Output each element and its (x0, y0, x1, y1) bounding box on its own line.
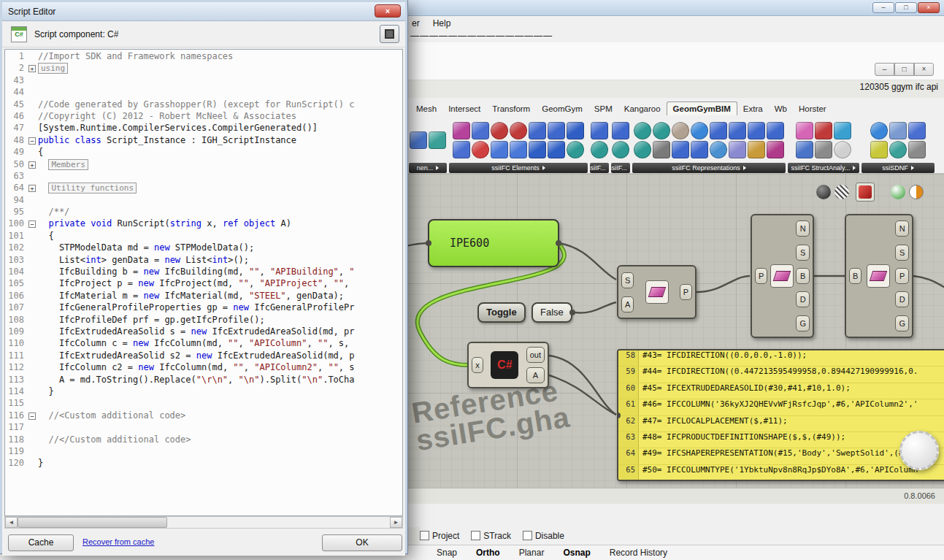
menu-item-partial[interactable]: er (412, 18, 420, 31)
pin-a[interactable]: A (526, 367, 545, 383)
scroll-right-icon[interactable]: ► (390, 517, 402, 528)
pin-g[interactable]: G (895, 315, 909, 331)
wedge-icon[interactable] (834, 122, 851, 139)
arc-teal-icon[interactable] (612, 141, 629, 158)
eye-icon[interactable] (870, 122, 888, 139)
selected-display-mode[interactable] (856, 183, 875, 202)
status-record-history[interactable]: Record History (600, 548, 677, 558)
profile-panel[interactable]: IPE600 (428, 219, 559, 267)
tab-kangaroo[interactable]: Kangaroo (618, 102, 667, 115)
box-icon[interactable] (529, 122, 546, 139)
doc-icon[interactable] (567, 122, 584, 139)
doc-icon[interactable] (548, 141, 565, 158)
option-disable[interactable]: Disable (523, 531, 564, 541)
fold-expand-icon[interactable]: + (28, 65, 36, 72)
script-editor-titlebar[interactable]: Script Editor × (2, 2, 405, 21)
close-icon[interactable]: × (914, 63, 934, 76)
doc-blue-icon[interactable] (591, 122, 608, 139)
cone-icon[interactable] (672, 141, 689, 158)
tab-horster[interactable]: Horster (793, 102, 832, 115)
option-strack[interactable]: STrack (471, 531, 511, 541)
grid-icon[interactable] (653, 141, 670, 158)
cube-icon[interactable] (710, 122, 727, 139)
lifebuoy-icon[interactable] (472, 141, 489, 158)
ok-button[interactable]: OK (322, 534, 402, 551)
node-icon[interactable] (889, 141, 907, 158)
arc-teal-icon[interactable] (591, 141, 608, 158)
menu-item-help[interactable]: Help (433, 18, 451, 31)
grid-icon[interactable] (410, 131, 427, 149)
status-snap[interactable]: Snap (427, 548, 467, 558)
cube-icon[interactable] (729, 122, 746, 139)
red-box-icon[interactable] (859, 185, 872, 199)
ifc-listing-panel[interactable]: 58#43= IFCDIRECTION((0.0,0.0,-1.0));59#4… (617, 349, 944, 481)
pin-g[interactable]: G (796, 315, 810, 331)
ifc-surface-component[interactable]: SA P (617, 265, 697, 319)
pin-d[interactable]: D (895, 291, 909, 307)
pin-b[interactable]: B (796, 268, 810, 284)
pin-p[interactable]: P (680, 284, 692, 300)
window-icon[interactable] (472, 122, 489, 139)
fold-collapse-icon[interactable]: − (28, 413, 36, 420)
pin-n[interactable]: N (895, 220, 909, 237)
donut-icon[interactable] (672, 122, 689, 139)
pin-icon[interactable] (729, 141, 746, 158)
cylinder-icon[interactable] (510, 141, 527, 158)
minimize-icon[interactable]: – (872, 2, 894, 13)
cube-icon[interactable] (748, 122, 765, 139)
scrollbar-track[interactable] (167, 517, 390, 528)
close-icon[interactable]: × (375, 4, 401, 18)
editor-options-button[interactable] (380, 25, 399, 43)
canvas-widget-ball[interactable] (899, 431, 939, 470)
fold-collapse-icon[interactable]: − (28, 220, 36, 228)
pin-p[interactable]: P (755, 268, 767, 284)
recover-from-cache-link[interactable]: Recover from cache (82, 537, 154, 546)
ifc-building-component-1[interactable]: P NSBDG (751, 214, 814, 338)
pin-icon[interactable] (796, 141, 813, 158)
boolean-toggle-value[interactable]: False (532, 302, 572, 323)
arrow-icon[interactable] (767, 141, 784, 158)
pin-s[interactable]: S (895, 245, 909, 261)
status-osnap[interactable]: Osnap (553, 548, 599, 558)
cube-icon[interactable] (767, 122, 784, 139)
close-icon[interactable]: × (918, 2, 940, 13)
pin-a[interactable]: A (621, 296, 634, 312)
pin-x[interactable]: x (472, 357, 483, 373)
arc-icon[interactable] (634, 122, 651, 139)
option-project[interactable]: Project (420, 531, 459, 541)
cache-button[interactable]: Cache (8, 534, 74, 551)
tab-geomgym[interactable]: GeomGym (536, 102, 588, 115)
wire-sphere-icon[interactable] (834, 185, 849, 199)
people-icon[interactable] (510, 122, 527, 139)
pin-s[interactable]: S (621, 272, 634, 288)
checkbox-icon[interactable] (523, 531, 532, 540)
arc-icon[interactable] (567, 141, 584, 158)
tab-spm[interactable]: SPM (588, 102, 618, 115)
doc-icon[interactable] (908, 122, 926, 139)
people-icon[interactable] (491, 122, 508, 139)
toolbar-group-label[interactable]: nen... (409, 163, 447, 173)
fold-expand-icon[interactable]: + (28, 161, 36, 169)
toolbar-group-label[interactable]: ssiSDNF (862, 163, 935, 173)
measure-icon[interactable] (815, 141, 832, 158)
csharp-script-component[interactable]: x C# outA (467, 342, 549, 388)
arc-icon[interactable] (634, 141, 651, 158)
toolbar-group-label[interactable]: ssiIF... (590, 163, 609, 173)
window-icon[interactable] (453, 141, 470, 158)
pin-d[interactable]: D (796, 291, 810, 307)
toolbar-group-label[interactable]: ssiIF... (611, 163, 630, 173)
axis-xyz-icon[interactable] (815, 122, 832, 139)
shaded-sphere-icon[interactable] (816, 185, 831, 199)
fold-collapse-icon[interactable]: − (28, 137, 36, 145)
pin-out[interactable]: out (526, 347, 545, 363)
sphere-icon[interactable] (691, 122, 708, 139)
cylinder-icon[interactable] (491, 141, 508, 158)
tab-geomgymbim[interactable]: GeomGymBIM (667, 101, 737, 115)
boolean-toggle[interactable]: Toggle (477, 302, 526, 323)
tab-intersect[interactable]: Intersect (442, 102, 486, 115)
swatch-icon[interactable] (429, 131, 446, 149)
ifc-building-component-2[interactable]: B NSPDG (845, 214, 913, 338)
box-icon[interactable] (548, 122, 565, 139)
bolt-icon[interactable] (870, 141, 888, 158)
toolbar-group-label[interactable]: ssiIFC StructAnaly... (788, 163, 859, 173)
